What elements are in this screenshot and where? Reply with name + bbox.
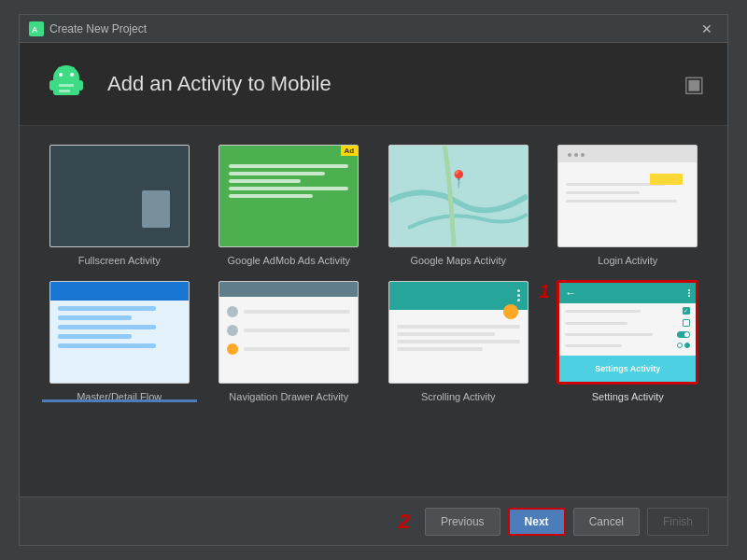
activities-grid-container: Fullscreen Activity Ad xyxy=(20,126,727,497)
activity-thumb-settings: ← xyxy=(557,281,698,384)
settings-menu-icon xyxy=(688,289,690,297)
settings-toggle xyxy=(677,331,690,338)
activity-thumb-scroll xyxy=(388,281,529,384)
phone-icon: ▣ xyxy=(684,71,705,96)
activity-thumb-admob: Ad xyxy=(218,145,359,247)
svg-point-6 xyxy=(59,73,63,77)
create-project-dialog: A Create New Project ✕ Add an Activity t… xyxy=(19,14,728,546)
finish-button[interactable]: Finish xyxy=(647,508,709,536)
activity-scroll[interactable]: Scrolling Activity 1 xyxy=(381,281,536,402)
svg-rect-10 xyxy=(59,84,74,87)
svg-rect-4 xyxy=(49,80,55,91)
activity-nav[interactable]: Navigation Drawer Activity xyxy=(212,281,367,402)
title-bar: A Create New Project ✕ xyxy=(20,15,727,43)
previous-button[interactable]: Previous xyxy=(425,508,500,536)
activity-master[interactable]: Master/Detail Flow xyxy=(42,281,197,402)
close-button[interactable]: ✕ xyxy=(696,20,718,38)
activity-thumb-maps: 📍 xyxy=(388,145,529,247)
activity-fullscreen[interactable]: Fullscreen Activity xyxy=(42,145,197,266)
settings-back-icon: ← xyxy=(565,287,576,300)
svg-text:A: A xyxy=(32,25,38,35)
next-button[interactable]: Next xyxy=(508,508,566,536)
dialog-header: Add an Activity to Mobile ▣ xyxy=(20,43,727,126)
svg-rect-5 xyxy=(78,80,83,91)
badge-number-2: 2 xyxy=(399,510,410,534)
activity-admob[interactable]: Ad Google AdMob Ads Activity xyxy=(212,145,367,266)
title-bar-left: A Create New Project xyxy=(29,21,147,36)
activity-label-maps: Google Maps Activity xyxy=(410,255,506,266)
activity-thumb-master xyxy=(49,281,190,384)
dialog-title: Create New Project xyxy=(49,22,147,35)
svg-rect-11 xyxy=(59,90,70,92)
settings-checkbox-checked xyxy=(683,307,690,315)
activity-label-login: Login Activity xyxy=(598,255,657,266)
activity-thumb-login xyxy=(557,145,698,247)
activity-label-admob: Google AdMob Ads Activity xyxy=(228,255,350,266)
activity-settings[interactable]: ← xyxy=(551,281,706,402)
activity-label-nav: Navigation Drawer Activity xyxy=(229,391,348,402)
activity-maps[interactable]: 📍 Google Maps Activity xyxy=(381,145,536,266)
activity-login[interactable]: Login Activity xyxy=(551,145,706,266)
android-logo xyxy=(42,60,91,108)
activity-thumb-nav xyxy=(218,281,359,384)
svg-point-7 xyxy=(70,73,74,77)
activity-label-settings: Settings Activity xyxy=(592,391,664,402)
activity-thumb-fullscreen xyxy=(49,145,190,247)
cancel-button[interactable]: Cancel xyxy=(573,508,640,536)
badge-number-1: 1 xyxy=(539,281,549,302)
header-title: Add an Activity to Mobile xyxy=(107,72,331,96)
header-right: ▣ xyxy=(684,71,705,97)
android-studio-icon: A xyxy=(29,21,44,36)
settings-activity-label-inner: Settings Activity xyxy=(595,364,660,373)
activity-label-scroll: Scrolling Activity xyxy=(421,391,495,402)
settings-checkbox-unchecked xyxy=(683,319,690,327)
activity-label-fullscreen: Fullscreen Activity xyxy=(78,255,161,266)
dialog-footer: 2 Previous Next Cancel Finish xyxy=(20,497,727,545)
master-selected-underline xyxy=(42,399,197,402)
activities-grid: Fullscreen Activity Ad xyxy=(42,145,705,402)
